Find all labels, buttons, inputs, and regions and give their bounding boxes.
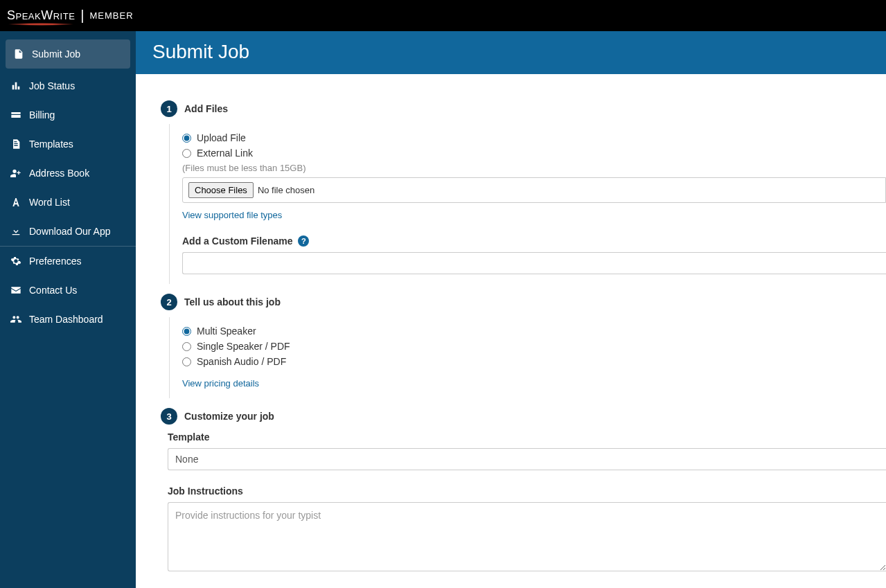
sidebar-item-billing[interactable]: Billing <box>0 100 136 130</box>
sidebar-item-preferences[interactable]: Preferences <box>0 247 136 276</box>
top-bar: SpeakWrite | MEMBER <box>0 0 886 31</box>
sidebar-item-team-dashboard[interactable]: Team Dashboard <box>0 305 136 334</box>
sidebar-item-submit-job[interactable]: Submit Job <box>6 39 130 69</box>
step-title: Add Files <box>184 103 228 114</box>
sidebar-item-label: Submit Job <box>32 48 80 60</box>
step-2-header: 2 Tell us about this job <box>161 294 886 310</box>
radio-label: Spanish Audio / PDF <box>197 356 286 367</box>
radio-upload-file[interactable]: Upload File <box>182 132 886 143</box>
custom-filename-label: Add a Custom Filename ? <box>182 235 886 247</box>
sidebar-item-label: Address Book <box>29 168 89 179</box>
step-title: Tell us about this job <box>184 296 281 308</box>
page-header: Submit Job <box>136 31 886 74</box>
sidebar-item-label: Preferences <box>29 256 81 267</box>
step-number-badge: 2 <box>161 294 177 310</box>
help-icon[interactable]: ? <box>298 235 309 247</box>
job-instructions-textarea[interactable] <box>168 502 886 571</box>
document-icon <box>10 138 22 150</box>
member-badge: MEMBER <box>90 10 134 21</box>
sidebar-item-label: Billing <box>29 109 55 121</box>
job-instructions-label: Job Instructions <box>168 485 886 497</box>
step-title: Customize your job <box>184 411 274 422</box>
bar-chart-icon <box>10 80 22 92</box>
radio-input[interactable] <box>182 327 191 336</box>
radio-single-speaker[interactable]: Single Speaker / PDF <box>182 341 886 352</box>
radio-input[interactable] <box>182 149 191 158</box>
sidebar-item-label: Contact Us <box>29 285 77 296</box>
envelope-icon <box>10 284 22 296</box>
radio-label: Multi Speaker <box>197 326 256 337</box>
file-chooser[interactable]: Choose Files No file chosen <box>182 177 886 203</box>
gear-icon <box>10 255 22 267</box>
sidebar: Submit Job Job Status Billing Templates … <box>0 31 136 588</box>
radio-spanish-audio[interactable]: Spanish Audio / PDF <box>182 356 886 367</box>
radio-input[interactable] <box>182 342 191 351</box>
radio-input[interactable] <box>182 357 191 366</box>
step-1-header: 1 Add Files <box>161 100 886 117</box>
sidebar-item-word-list[interactable]: Word List <box>0 188 136 217</box>
people-icon <box>10 313 22 326</box>
pricing-details-link[interactable]: View pricing details <box>182 378 259 389</box>
radio-input[interactable] <box>182 134 191 143</box>
logo[interactable]: SpeakWrite | MEMBER <box>7 8 134 24</box>
sidebar-item-download-app[interactable]: Download Our App <box>0 217 136 246</box>
font-icon <box>10 196 22 208</box>
sidebar-item-templates[interactable]: Templates <box>0 130 136 159</box>
radio-multi-speaker[interactable]: Multi Speaker <box>182 326 886 337</box>
custom-filename-input[interactable] <box>182 252 886 274</box>
logo-text: SpeakWrite <box>7 8 75 23</box>
person-plus-icon <box>10 167 22 179</box>
step-number-badge: 3 <box>161 408 177 425</box>
sidebar-item-job-status[interactable]: Job Status <box>0 71 136 100</box>
step-number-badge: 1 <box>161 100 177 117</box>
choose-files-button[interactable]: Choose Files <box>188 182 254 198</box>
file-size-hint: (Files must be less than 15GB) <box>182 163 886 173</box>
sidebar-item-contact-us[interactable]: Contact Us <box>0 276 136 305</box>
sidebar-item-label: Templates <box>29 139 73 150</box>
main-content: Submit Job 1 Add Files Upload File Exter… <box>136 31 886 588</box>
credit-card-icon <box>10 109 22 121</box>
file-chosen-label: No file chosen <box>258 185 314 195</box>
step-3-header: 3 Customize your job <box>161 408 886 425</box>
logo-divider: | <box>80 8 84 24</box>
sidebar-item-label: Download Our App <box>29 226 111 237</box>
template-select[interactable]: None <box>168 448 886 470</box>
supported-file-types-link[interactable]: View supported file types <box>182 210 282 220</box>
sidebar-item-address-book[interactable]: Address Book <box>0 159 136 188</box>
page-title: Submit Job <box>152 41 869 63</box>
download-icon <box>10 225 22 238</box>
radio-label: Single Speaker / PDF <box>197 341 290 352</box>
sidebar-item-label: Team Dashboard <box>29 314 103 325</box>
sidebar-item-label: Job Status <box>29 80 75 91</box>
radio-label: Upload File <box>197 132 246 143</box>
template-label: Template <box>168 431 886 443</box>
sidebar-item-label: Word List <box>29 197 70 208</box>
file-upload-icon <box>12 48 25 60</box>
radio-external-link[interactable]: External Link <box>182 148 886 159</box>
radio-label: External Link <box>197 148 253 159</box>
